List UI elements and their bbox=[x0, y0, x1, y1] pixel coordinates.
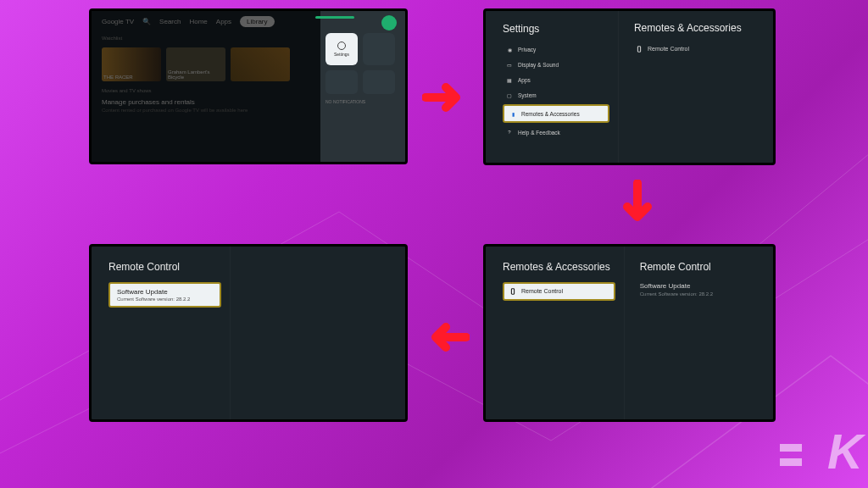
tv-stand bbox=[511, 163, 526, 165]
software-update-label: Software Update bbox=[117, 288, 213, 296]
shield-icon: ◉ bbox=[506, 46, 513, 53]
software-update-label[interactable]: Software Update bbox=[640, 282, 765, 290]
item-remote-control[interactable]: Remote Control bbox=[634, 43, 765, 55]
quick-panel: Settings NO NOTIFICATIONS bbox=[320, 11, 405, 162]
tv-stand bbox=[117, 162, 132, 164]
watermark-dots bbox=[780, 444, 802, 466]
settings-heading: Settings bbox=[503, 23, 609, 35]
watermark-logo: K bbox=[827, 423, 860, 480]
tv-stand bbox=[511, 419, 526, 422]
status-bar bbox=[315, 16, 354, 19]
tv-stand bbox=[732, 419, 748, 422]
flow-arrow-down-icon bbox=[620, 180, 654, 230]
software-version-label: Current Software version: 28.2.2 bbox=[640, 291, 765, 297]
menu-privacy[interactable]: ◉Privacy bbox=[503, 43, 609, 55]
help-icon: ? bbox=[506, 129, 513, 136]
quick-tile-small[interactable] bbox=[363, 70, 395, 94]
flow-arrow-right-icon bbox=[422, 80, 470, 114]
system-icon: ▢ bbox=[506, 92, 513, 98]
tv-screen-remote-accessories: Remotes & Accessories Remote Control Rem… bbox=[483, 244, 776, 422]
remote-icon bbox=[509, 288, 516, 295]
svg-rect-0 bbox=[637, 47, 640, 52]
quick-settings-label: Settings bbox=[334, 52, 349, 57]
display-icon: ▭ bbox=[506, 61, 513, 68]
tv-stand bbox=[117, 419, 132, 422]
tv-stand bbox=[364, 419, 380, 422]
no-notifications-label: NO NOTIFICATIONS bbox=[326, 99, 365, 104]
panel-heading: Remotes & Accessories bbox=[634, 23, 765, 35]
software-update-tile[interactable]: Software Update Current Software version… bbox=[108, 282, 221, 308]
svg-rect-1 bbox=[511, 289, 514, 294]
software-version-label: Current Software version: 28.2.2 bbox=[117, 297, 213, 302]
tv-screen-settings: Settings ◉Privacy ▭Display & Sound ▦Apps… bbox=[483, 8, 776, 165]
panel-heading: Remotes & Accessories bbox=[503, 262, 615, 274]
panel-heading: Remote Control bbox=[108, 262, 221, 274]
item-remote-control[interactable]: Remote Control bbox=[503, 282, 615, 301]
remote-icon: ▮ bbox=[509, 110, 516, 117]
menu-remotes-accessories[interactable]: ▮Remotes & Accessories bbox=[503, 104, 609, 123]
quick-tile-small[interactable] bbox=[326, 70, 358, 94]
menu-system[interactable]: ▢System bbox=[503, 89, 609, 101]
apps-icon: ▦ bbox=[506, 76, 513, 83]
tv-screen-home: Google TV 🔍 Search Home Apps Library Wat… bbox=[89, 8, 408, 164]
menu-help[interactable]: ?Help & Feedback bbox=[503, 126, 609, 138]
menu-apps[interactable]: ▦Apps bbox=[503, 74, 609, 86]
tv-screen-remote-control: Remote Control Software Update Current S… bbox=[89, 244, 408, 422]
quick-settings-tile[interactable]: Settings bbox=[326, 33, 358, 65]
profile-avatar[interactable] bbox=[381, 15, 397, 30]
tv-stand bbox=[732, 163, 748, 165]
panel-heading: Remote Control bbox=[640, 262, 765, 274]
gear-icon bbox=[337, 42, 346, 50]
menu-display[interactable]: ▭Display & Sound bbox=[503, 58, 609, 70]
tv-stand bbox=[364, 162, 380, 164]
remote-icon bbox=[636, 46, 643, 53]
empty-panel bbox=[230, 247, 405, 419]
quick-tile[interactable] bbox=[363, 33, 395, 65]
flow-arrow-left-icon bbox=[422, 320, 470, 354]
